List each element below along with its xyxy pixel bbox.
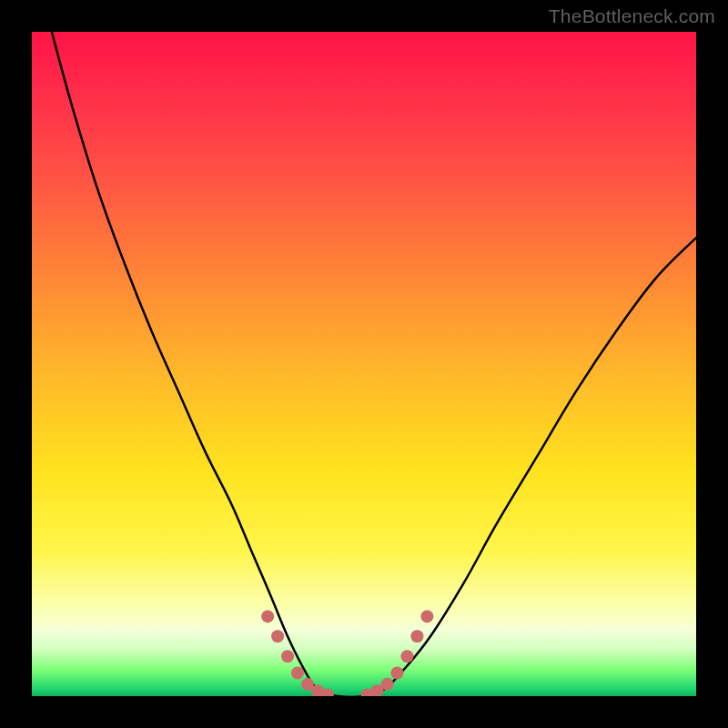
trough-marker-dot — [410, 630, 423, 642]
trough-marker-dot — [291, 666, 304, 679]
trough-marker-dot — [391, 666, 404, 679]
trough-marker-dot — [400, 650, 413, 662]
watermark-text: TheBottleneck.com — [549, 5, 715, 27]
bottleneck-curve — [52, 32, 696, 696]
trough-marker-dot — [281, 650, 294, 662]
plot-area — [32, 32, 696, 696]
chart-frame: TheBottleneck.com — [0, 0, 728, 728]
trough-marker-dot — [381, 678, 394, 691]
curve-layer — [32, 32, 696, 696]
trough-marker-dot — [271, 630, 284, 642]
trough-marker-dot — [261, 610, 274, 622]
trough-marker-dot — [420, 610, 433, 622]
